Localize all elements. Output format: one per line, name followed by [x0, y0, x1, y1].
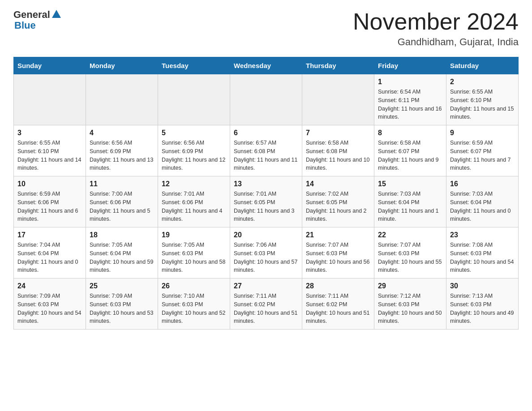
weekday-header-monday: Monday: [86, 57, 158, 74]
weekday-header-row: SundayMondayTuesdayWednesdayThursdayFrid…: [14, 57, 519, 74]
day-info: Sunrise: 7:12 AM Sunset: 6:03 PM Dayligh…: [378, 292, 442, 325]
day-number: 13: [234, 180, 298, 188]
calendar-cell: 23Sunrise: 7:08 AM Sunset: 6:03 PM Dayli…: [446, 227, 519, 278]
calendar-week-row: 3Sunrise: 6:55 AM Sunset: 6:10 PM Daylig…: [14, 125, 519, 176]
logo-triangle-icon: [52, 10, 61, 18]
calendar-table: SundayMondayTuesdayWednesdayThursdayFrid…: [13, 57, 519, 330]
month-title: November 2024: [353, 9, 519, 34]
day-info: Sunrise: 7:00 AM Sunset: 6:06 PM Dayligh…: [90, 190, 154, 223]
weekday-header-friday: Friday: [374, 57, 446, 74]
weekday-header-saturday: Saturday: [446, 57, 519, 74]
day-number: 8: [378, 129, 442, 137]
day-number: 1: [378, 78, 442, 86]
weekday-header-tuesday: Tuesday: [158, 57, 230, 74]
day-info: Sunrise: 7:10 AM Sunset: 6:03 PM Dayligh…: [162, 292, 226, 325]
calendar-cell: 8Sunrise: 6:58 AM Sunset: 6:07 PM Daylig…: [374, 125, 446, 176]
day-info: Sunrise: 7:03 AM Sunset: 6:04 PM Dayligh…: [378, 190, 442, 223]
day-info: Sunrise: 7:01 AM Sunset: 6:05 PM Dayligh…: [234, 190, 298, 223]
day-number: 3: [17, 129, 82, 137]
calendar-cell: [14, 74, 86, 125]
weekday-header-wednesday: Wednesday: [230, 57, 302, 74]
calendar-cell: 18Sunrise: 7:05 AM Sunset: 6:04 PM Dayli…: [86, 227, 158, 278]
day-number: 5: [162, 129, 226, 137]
calendar-cell: 20Sunrise: 7:06 AM Sunset: 6:03 PM Dayli…: [230, 227, 302, 278]
day-info: Sunrise: 6:57 AM Sunset: 6:08 PM Dayligh…: [234, 139, 298, 172]
day-number: 18: [90, 231, 154, 239]
day-number: 10: [17, 180, 82, 188]
calendar-cell: [86, 74, 158, 125]
day-number: 4: [90, 129, 154, 137]
calendar-cell: 7Sunrise: 6:58 AM Sunset: 6:08 PM Daylig…: [302, 125, 374, 176]
calendar-cell: 10Sunrise: 6:59 AM Sunset: 6:06 PM Dayli…: [14, 176, 86, 227]
day-info: Sunrise: 7:09 AM Sunset: 6:03 PM Dayligh…: [17, 292, 82, 325]
day-number: 30: [450, 282, 515, 290]
calendar-cell: 9Sunrise: 6:59 AM Sunset: 6:07 PM Daylig…: [446, 125, 519, 176]
calendar-cell: 22Sunrise: 7:07 AM Sunset: 6:03 PM Dayli…: [374, 227, 446, 278]
day-info: Sunrise: 7:04 AM Sunset: 6:04 PM Dayligh…: [17, 241, 82, 274]
calendar-week-row: 1Sunrise: 6:54 AM Sunset: 6:11 PM Daylig…: [14, 74, 519, 125]
calendar-week-row: 24Sunrise: 7:09 AM Sunset: 6:03 PM Dayli…: [14, 278, 519, 330]
day-number: 15: [378, 180, 442, 188]
day-info: Sunrise: 7:13 AM Sunset: 6:03 PM Dayligh…: [450, 292, 515, 325]
calendar-cell: 21Sunrise: 7:07 AM Sunset: 6:03 PM Dayli…: [302, 227, 374, 278]
day-number: 12: [162, 180, 226, 188]
calendar-cell: 24Sunrise: 7:09 AM Sunset: 6:03 PM Dayli…: [14, 278, 86, 330]
day-number: 16: [450, 180, 515, 188]
day-info: Sunrise: 7:09 AM Sunset: 6:03 PM Dayligh…: [90, 292, 154, 325]
day-info: Sunrise: 6:59 AM Sunset: 6:06 PM Dayligh…: [17, 190, 82, 223]
day-info: Sunrise: 7:08 AM Sunset: 6:03 PM Dayligh…: [450, 241, 515, 274]
day-info: Sunrise: 6:55 AM Sunset: 6:10 PM Dayligh…: [450, 88, 515, 121]
calendar-cell: [158, 74, 230, 125]
calendar-cell: 15Sunrise: 7:03 AM Sunset: 6:04 PM Dayli…: [374, 176, 446, 227]
weekday-header-thursday: Thursday: [302, 57, 374, 74]
day-number: 14: [306, 180, 370, 188]
day-number: 25: [90, 282, 154, 290]
day-number: 27: [234, 282, 298, 290]
page-header: General Blue November 2024 Gandhidham, G…: [13, 9, 519, 48]
calendar-cell: 30Sunrise: 7:13 AM Sunset: 6:03 PM Dayli…: [446, 278, 519, 330]
day-info: Sunrise: 7:01 AM Sunset: 6:06 PM Dayligh…: [162, 190, 226, 223]
day-number: 24: [17, 282, 82, 290]
calendar-cell: 19Sunrise: 7:05 AM Sunset: 6:03 PM Dayli…: [158, 227, 230, 278]
calendar-cell: 3Sunrise: 6:55 AM Sunset: 6:10 PM Daylig…: [14, 125, 86, 176]
calendar-cell: 25Sunrise: 7:09 AM Sunset: 6:03 PM Dayli…: [86, 278, 158, 330]
day-number: 11: [90, 180, 154, 188]
title-section: November 2024 Gandhidham, Gujarat, India: [353, 9, 519, 48]
day-info: Sunrise: 7:03 AM Sunset: 6:04 PM Dayligh…: [450, 190, 515, 223]
day-number: 23: [450, 231, 515, 239]
day-number: 26: [162, 282, 226, 290]
location-text: Gandhidham, Gujarat, India: [353, 36, 519, 48]
calendar-week-row: 17Sunrise: 7:04 AM Sunset: 6:04 PM Dayli…: [14, 227, 519, 278]
day-info: Sunrise: 7:07 AM Sunset: 6:03 PM Dayligh…: [378, 241, 442, 274]
calendar-week-row: 10Sunrise: 6:59 AM Sunset: 6:06 PM Dayli…: [14, 176, 519, 227]
calendar-cell: 17Sunrise: 7:04 AM Sunset: 6:04 PM Dayli…: [14, 227, 86, 278]
day-number: 17: [17, 231, 82, 239]
calendar-cell: 27Sunrise: 7:11 AM Sunset: 6:02 PM Dayli…: [230, 278, 302, 330]
calendar-cell: 26Sunrise: 7:10 AM Sunset: 6:03 PM Dayli…: [158, 278, 230, 330]
day-number: 29: [378, 282, 442, 290]
day-number: 21: [306, 231, 370, 239]
day-info: Sunrise: 6:58 AM Sunset: 6:08 PM Dayligh…: [306, 139, 370, 172]
logo-blue-text: Blue: [14, 20, 36, 31]
day-info: Sunrise: 6:55 AM Sunset: 6:10 PM Dayligh…: [17, 139, 82, 172]
calendar-cell: 6Sunrise: 6:57 AM Sunset: 6:08 PM Daylig…: [230, 125, 302, 176]
day-info: Sunrise: 7:06 AM Sunset: 6:03 PM Dayligh…: [234, 241, 298, 274]
day-number: 7: [306, 129, 370, 137]
calendar-body: 1Sunrise: 6:54 AM Sunset: 6:11 PM Daylig…: [14, 74, 519, 330]
day-number: 2: [450, 78, 515, 86]
day-info: Sunrise: 7:07 AM Sunset: 6:03 PM Dayligh…: [306, 241, 370, 274]
day-number: 6: [234, 129, 298, 137]
calendar-cell: 14Sunrise: 7:02 AM Sunset: 6:05 PM Dayli…: [302, 176, 374, 227]
day-number: 19: [162, 231, 226, 239]
day-number: 28: [306, 282, 370, 290]
calendar-cell: 12Sunrise: 7:01 AM Sunset: 6:06 PM Dayli…: [158, 176, 230, 227]
calendar-cell: [230, 74, 302, 125]
logo: General Blue: [13, 9, 61, 31]
day-info: Sunrise: 6:56 AM Sunset: 6:09 PM Dayligh…: [162, 139, 226, 172]
day-info: Sunrise: 7:11 AM Sunset: 6:02 PM Dayligh…: [234, 292, 298, 325]
calendar-cell: [302, 74, 374, 125]
weekday-header-sunday: Sunday: [14, 57, 86, 74]
calendar-cell: 28Sunrise: 7:11 AM Sunset: 6:02 PM Dayli…: [302, 278, 374, 330]
day-number: 9: [450, 129, 515, 137]
day-number: 22: [378, 231, 442, 239]
